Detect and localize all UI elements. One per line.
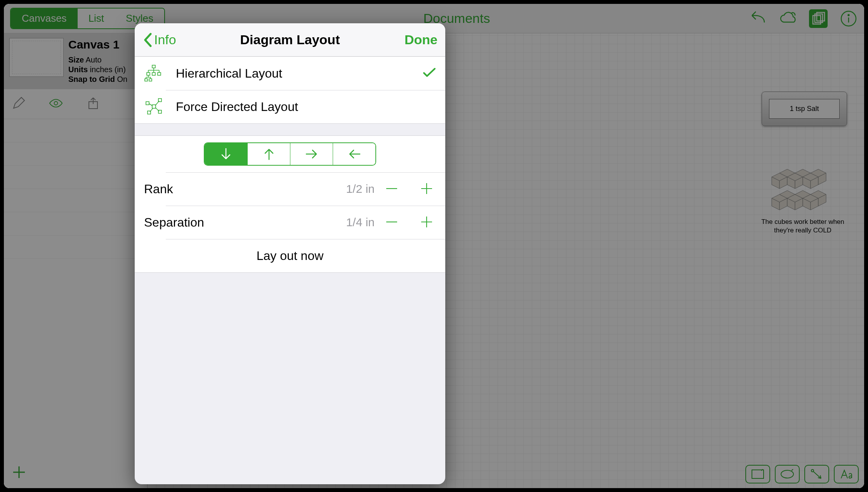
sidebar-tool-row [4, 89, 147, 119]
rank-value: 1/2 in [346, 182, 375, 196]
graphic-caption: The cubes work better when they're reall… [757, 218, 849, 235]
force-directed-icon [144, 97, 163, 116]
tab-list[interactable]: List [78, 9, 115, 28]
diagram-layout-popover: Info Diagram Layout Done Hierarchical La… [135, 23, 445, 484]
svg-rect-41 [149, 79, 152, 81]
info-icon[interactable] [839, 9, 858, 28]
direction-down[interactable] [205, 143, 247, 165]
svg-rect-37 [147, 73, 150, 75]
canvas-title: Canvas 1 [68, 38, 127, 51]
diagram-node[interactable]: 1 tsp Salt [762, 92, 847, 126]
cloud-sync-icon[interactable] [779, 9, 797, 28]
svg-rect-43 [146, 102, 149, 105]
tab-canvases[interactable]: Canvases [11, 9, 78, 28]
direction-left[interactable] [333, 143, 375, 165]
node-label: 1 tsp Salt [769, 99, 840, 119]
undo-icon[interactable] [748, 9, 767, 28]
canvas-thumbnail [9, 38, 64, 77]
separation-value: 1/4 in [346, 216, 375, 229]
layout-option-hierarchical[interactable]: Hierarchical Layout [135, 57, 445, 90]
layout-option-force-directed[interactable]: Force Directed Layout [135, 90, 445, 123]
svg-rect-38 [152, 73, 155, 75]
canvas-sidebar: Canvas 1 Size Auto Units inches (in) Sna… [4, 33, 148, 488]
hierarchy-icon [144, 64, 163, 83]
tool-rectangle[interactable] [745, 465, 770, 483]
canvas-list-item[interactable]: Canvas 1 Size Auto Units inches (in) Sna… [4, 33, 147, 89]
layout-now-row[interactable]: Lay out now [135, 239, 445, 272]
eye-icon[interactable] [49, 96, 63, 112]
svg-point-5 [54, 102, 58, 105]
back-label: Info [154, 32, 176, 47]
done-button[interactable]: Done [404, 32, 437, 47]
back-button[interactable]: Info [142, 32, 176, 48]
rank-decrement[interactable] [382, 179, 401, 199]
pencil-icon[interactable] [12, 96, 26, 112]
canvases-icon[interactable] [809, 9, 828, 28]
svg-rect-40 [145, 79, 148, 81]
svg-point-34 [781, 470, 793, 478]
layout-option-label: Force Directed Layout [176, 100, 298, 114]
shape-tool-row [745, 465, 859, 483]
canvas-meta: Size Auto [68, 55, 127, 65]
svg-rect-36 [152, 65, 155, 68]
separation-label: Separation [144, 215, 204, 230]
tool-text[interactable] [834, 465, 859, 483]
rank-row: Rank 1/2 in [135, 172, 445, 206]
separation-decrement[interactable] [382, 213, 401, 232]
rank-increment[interactable] [417, 179, 436, 199]
separation-row: Separation 1/4 in [135, 206, 445, 239]
popover-navbar: Info Diagram Layout Done [135, 23, 445, 57]
checkmark-icon [423, 67, 436, 80]
svg-rect-39 [158, 73, 161, 75]
add-canvas-button[interactable] [12, 465, 26, 481]
direction-right[interactable] [290, 143, 333, 165]
direction-segmented [204, 142, 376, 166]
separation-increment[interactable] [417, 213, 436, 232]
share-icon[interactable] [86, 96, 100, 112]
svg-rect-33 [752, 470, 764, 478]
tool-ellipse[interactable] [775, 465, 800, 483]
svg-point-4 [848, 14, 849, 16]
cubes-graphic [764, 161, 842, 216]
canvas-meta: Units inches (in) [68, 65, 127, 74]
rank-label: Rank [144, 182, 173, 196]
layout-now-label: Lay out now [257, 249, 324, 263]
direction-up[interactable] [247, 143, 290, 165]
layout-option-label: Hierarchical Layout [176, 66, 282, 81]
tool-line[interactable] [804, 465, 829, 483]
canvas-meta: Snap to Grid On [68, 74, 127, 84]
direction-row [135, 136, 445, 172]
popover-title: Diagram Layout [135, 32, 445, 47]
